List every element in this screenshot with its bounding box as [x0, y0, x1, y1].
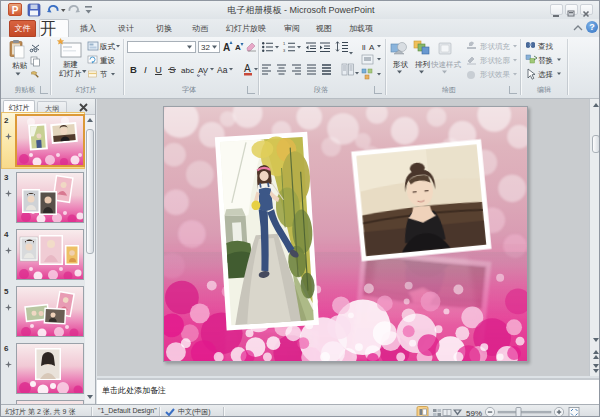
svg-text:重设: 重设	[100, 56, 116, 65]
svg-text:U: U	[155, 64, 162, 75]
svg-text:abc: abc	[181, 66, 194, 75]
svg-text:快速样式: 快速样式	[430, 60, 462, 69]
svg-text:ll: ll	[362, 43, 366, 52]
svg-text:新建: 新建	[63, 60, 78, 69]
svg-text:排列: 排列	[415, 60, 431, 69]
svg-text:版式: 版式	[99, 42, 116, 51]
svg-text:形状轮廓: 形状轮廓	[480, 56, 511, 65]
svg-text:A: A	[244, 63, 251, 74]
svg-text:59%: 59%	[466, 409, 482, 417]
svg-text:粘贴: 粘贴	[12, 61, 28, 70]
svg-text:选择: 选择	[538, 70, 553, 79]
svg-text:A: A	[223, 42, 230, 53]
svg-text:A: A	[369, 43, 375, 52]
svg-text:形状: 形状	[393, 60, 409, 69]
svg-text:替换: 替换	[538, 56, 554, 65]
svg-text:形状效果: 形状效果	[480, 70, 511, 79]
svg-text:32: 32	[201, 43, 210, 52]
svg-text:形状填充: 形状填充	[480, 42, 511, 51]
svg-text:Aa: Aa	[217, 65, 228, 75]
svg-text:3: 3	[283, 48, 286, 53]
svg-text:A: A	[235, 43, 241, 52]
svg-text:B: B	[130, 64, 137, 75]
svg-text:1: 1	[283, 41, 286, 46]
svg-text:幻灯片: 幻灯片	[59, 69, 82, 78]
svg-text:节: 节	[100, 70, 108, 79]
svg-text:I: I	[144, 64, 147, 75]
svg-text:查找: 查找	[538, 42, 554, 51]
svg-text:AV: AV	[198, 66, 209, 75]
